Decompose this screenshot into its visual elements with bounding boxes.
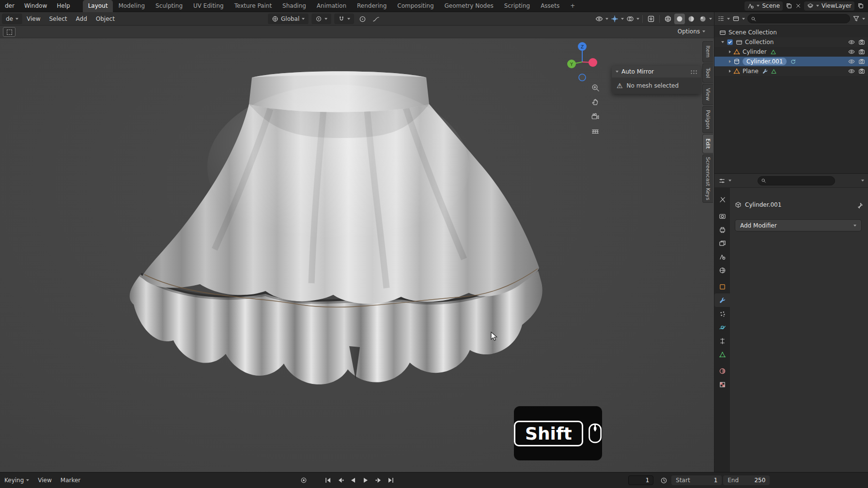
hide-viewport-eye-icon[interactable] [848,68,855,75]
expand-arrow-icon[interactable] [729,60,731,63]
tab-object-data[interactable] [714,348,730,361]
expand-arrow-icon[interactable] [729,70,731,73]
xray-toggle[interactable] [646,14,656,24]
viewlayer-selector[interactable]: ViewLayer [804,1,854,11]
sidebar-tab-screencast-keys[interactable]: Screencast Keys [702,154,713,203]
mode-dropdown[interactable]: de [2,14,22,24]
properties-search[interactable] [758,176,835,185]
workspace-tab-compositing[interactable]: Compositing [392,0,439,12]
workspace-tab-assets[interactable]: Assets [535,0,565,12]
new-viewlayer-icon[interactable] [857,2,864,9]
tab-object[interactable] [714,280,730,293]
workspace-tab-sculpting[interactable]: Sculpting [150,0,188,12]
menu-add[interactable]: Add [72,15,92,22]
display-mode-icon[interactable] [732,15,740,22]
transform-orientation-dropdown[interactable]: Global [268,14,309,24]
tab-output[interactable] [714,223,730,236]
frame-start-field[interactable]: Start 1 [671,475,722,485]
expand-arrow-icon[interactable] [729,50,731,53]
play-reverse-button[interactable] [347,475,359,486]
outliner-row-scene-collection[interactable]: Scene Collection [714,28,868,37]
menu-select[interactable]: Select [45,15,71,22]
properties-editor-icon[interactable] [718,177,726,184]
disable-render-camera-icon[interactable] [858,48,865,55]
tab-view-layer[interactable] [714,236,730,250]
chevron-down-icon[interactable] [862,18,865,20]
jump-to-start-button[interactable] [322,475,334,486]
chevron-down-icon[interactable] [742,18,745,20]
menu-object[interactable]: Object [92,15,119,22]
proportional-falloff-dropdown[interactable] [371,14,381,24]
add-modifier-button[interactable]: Add Modifier [735,219,862,231]
disable-render-camera-icon[interactable] [858,68,865,75]
panel-grip-icon[interactable] [690,70,697,74]
shading-rendered-button[interactable] [698,14,708,24]
prev-keyframe-button[interactable] [335,475,346,486]
workspace-tab-uv-editing[interactable]: UV Editing [188,0,229,12]
outliner-row-plane[interactable]: Plane [714,66,868,76]
outliner-search[interactable] [747,14,850,23]
tab-world[interactable] [714,263,730,277]
workspace-tab-modeling[interactable]: Modeling [113,0,150,12]
chevron-down-icon[interactable] [728,180,731,182]
tab-constraints[interactable] [714,334,730,348]
keying-menu[interactable]: Keying [0,477,33,484]
outliner-editor-icon[interactable] [717,15,725,22]
sidebar-tab-tool[interactable]: Tool [702,63,713,83]
pin-icon[interactable] [856,202,863,209]
overlays-dropdown[interactable] [625,14,636,24]
outliner-row-cylinder[interactable]: Cylinder [714,47,868,57]
disable-render-camera-icon[interactable] [858,39,865,46]
timeline-view-menu[interactable]: View [33,477,56,484]
marker-menu[interactable]: Marker [56,477,85,484]
hide-viewport-eye-icon[interactable] [848,58,855,65]
chevron-down-icon[interactable] [861,180,864,182]
outliner-search-input[interactable] [759,15,847,22]
pan-button[interactable] [590,97,601,107]
menu-render[interactable]: der [0,2,19,9]
snapping-dropdown[interactable] [334,14,354,24]
tab-modifiers[interactable] [714,293,730,307]
sidebar-tab-view[interactable]: View [702,84,713,105]
workspace-tab-layout[interactable]: Layout [83,0,113,12]
viewport-3d[interactable]: Options [0,26,714,472]
tab-render[interactable] [714,209,730,223]
menu-view[interactable]: View [22,15,45,22]
tab-material[interactable] [714,364,730,378]
unlink-scene-icon[interactable] [795,3,801,9]
disable-render-camera-icon[interactable] [858,58,865,65]
workspace-tab-shading[interactable]: Shading [277,0,311,12]
tab-physics[interactable] [714,320,730,334]
sidebar-tab-poligon[interactable]: Poligon [702,106,713,133]
active-tool-widget[interactable] [3,27,16,37]
properties-search-input[interactable] [769,177,832,184]
sidebar-tab-item[interactable]: Item [702,41,713,62]
perspective-toggle-button[interactable] [590,126,601,137]
workspace-tab-geometry-nodes[interactable]: Geometry Nodes [439,0,499,12]
tab-scene[interactable] [714,250,730,263]
scene-selector[interactable]: Scene [744,1,783,11]
play-button[interactable] [360,475,372,486]
new-scene-icon[interactable] [786,2,792,9]
outliner-row-cylinder-001[interactable]: Cylinder.001 [714,57,868,66]
workspace-tab-texture-paint[interactable]: Texture Paint [229,0,277,12]
shading-material-button[interactable] [686,14,697,24]
tab-tool[interactable] [714,193,730,206]
chevron-down-icon[interactable] [621,18,624,20]
menu-window[interactable]: Window [19,2,52,9]
navigation-gizmo[interactable]: Z Y [562,40,603,86]
proportional-editing-toggle[interactable] [357,14,368,24]
sidebar-tab-edit[interactable]: Edit [702,134,713,153]
chevron-down-icon[interactable] [727,18,730,20]
gizmos-dropdown[interactable] [609,14,620,24]
zoom-button[interactable] [590,82,601,93]
menu-help[interactable]: Help [52,2,75,9]
checkbox-checked-icon[interactable] [727,39,733,46]
filter-icon[interactable] [852,15,860,22]
hide-viewport-eye-icon[interactable] [848,48,855,55]
expand-arrow-icon[interactable] [721,41,724,43]
shading-wireframe-button[interactable] [663,14,673,24]
workspace-tab-scripting[interactable]: Scripting [499,0,535,12]
workspace-tab-rendering[interactable]: Rendering [352,0,392,12]
shading-options-dropdown[interactable] [709,18,712,20]
